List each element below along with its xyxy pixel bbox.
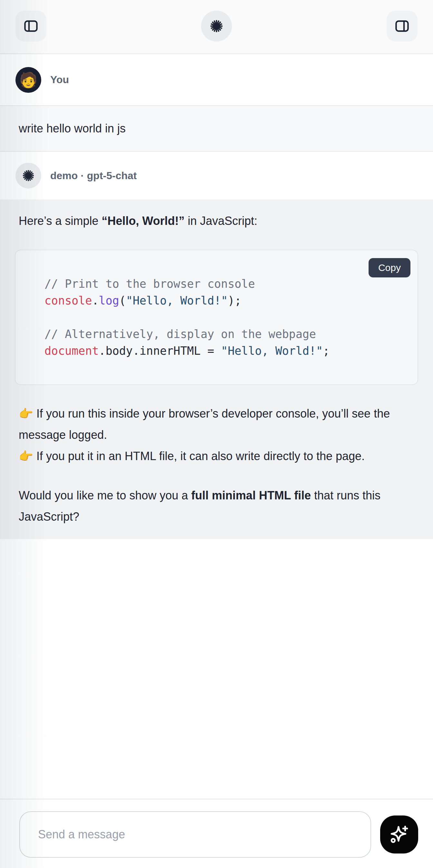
assistant-tips: 👉 If you run this inside your browser’s … bbox=[19, 403, 414, 467]
code-comment-line: // Alternatively, display on the webpage bbox=[44, 326, 405, 342]
sidebar-toggle-button[interactable] bbox=[16, 11, 47, 41]
user-name-label: You bbox=[50, 74, 69, 86]
send-button[interactable] bbox=[380, 815, 418, 854]
pointing-finger-emoji: 👉 bbox=[19, 407, 33, 420]
assistant-intro-paragraph: Here’s a simple “Hello, World!” in JavaS… bbox=[19, 210, 414, 232]
tip-line: 👉 If you run this inside your browser’s … bbox=[19, 403, 414, 445]
sparkle-plus-icon bbox=[389, 824, 410, 845]
assistant-avatar bbox=[16, 163, 41, 188]
message-input[interactable] bbox=[19, 811, 371, 858]
right-panel-toggle-button[interactable] bbox=[386, 11, 417, 41]
code-comment-line: // Print to the browser console bbox=[44, 276, 405, 292]
closing-bold-text: full minimal HTML file bbox=[191, 489, 311, 502]
code-line: console.log("Hello, World!"); bbox=[44, 292, 405, 309]
user-avatar-emoji: 🧑 bbox=[19, 72, 37, 87]
copy-button[interactable]: Copy bbox=[369, 258, 410, 277]
starburst-icon bbox=[209, 19, 224, 33]
chat-app: 🧑 You write hello world in js bbox=[0, 0, 433, 868]
panel-right-icon bbox=[394, 19, 410, 34]
user-message: write hello world in js bbox=[0, 105, 433, 152]
pointing-finger-emoji: 👉 bbox=[19, 450, 33, 463]
assistant-closing-paragraph: Would you like me to show you a full min… bbox=[19, 485, 414, 527]
assistant-sender-row: demo · gpt-5-chat bbox=[0, 152, 433, 199]
intro-bold-text: “Hello, World!” bbox=[101, 214, 184, 227]
user-avatar: 🧑 bbox=[16, 67, 41, 93]
model-status-button[interactable] bbox=[201, 11, 232, 41]
code-block: Copy // Print to the browser console con… bbox=[15, 250, 418, 385]
user-message-text: write hello world in js bbox=[19, 122, 126, 135]
code-line: document.body.innerHTML = "Hello, World!… bbox=[44, 342, 405, 359]
top-bar bbox=[0, 0, 433, 54]
assistant-name-label: demo · gpt-5-chat bbox=[50, 170, 136, 182]
composer-bar bbox=[0, 799, 433, 868]
tip-line: 👉 If you put it in an HTML file, it can … bbox=[19, 445, 414, 467]
panel-left-icon bbox=[23, 19, 39, 34]
starburst-icon bbox=[22, 169, 35, 182]
user-sender-row: 🧑 You bbox=[0, 54, 433, 105]
code-blank-line bbox=[44, 309, 405, 326]
assistant-message: Here’s a simple “Hello, World!” in JavaS… bbox=[0, 199, 433, 539]
